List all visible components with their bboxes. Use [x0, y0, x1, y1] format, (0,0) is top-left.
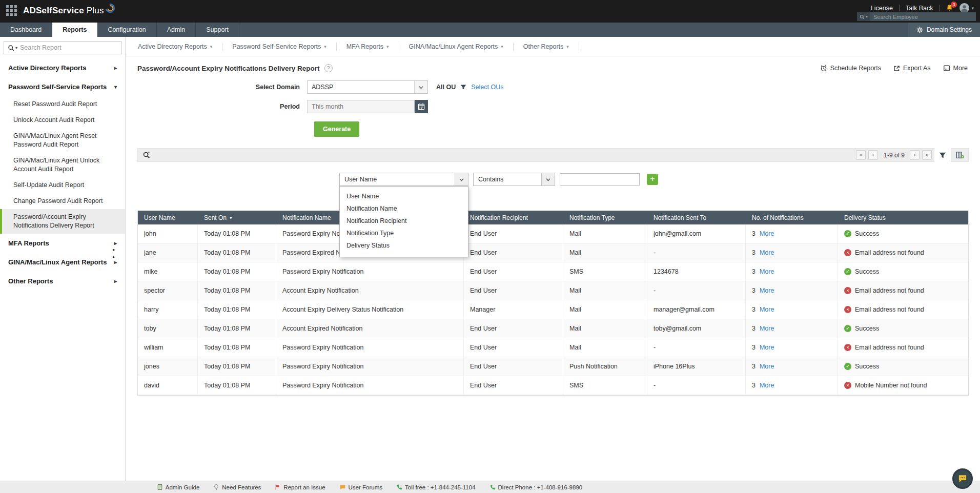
- more-link[interactable]: More: [760, 249, 774, 256]
- support-chat-button[interactable]: [952, 468, 973, 489]
- pagination-next-button[interactable]: ›: [910, 150, 920, 160]
- cell-notification-recipient: End User: [464, 243, 563, 262]
- status-label: Success: [855, 230, 879, 237]
- tab-dashboard[interactable]: Dashboard: [0, 23, 52, 37]
- report-search-input[interactable]: [20, 44, 117, 51]
- calendar-icon[interactable]: [415, 100, 428, 113]
- cell-sent-on: Today 01:08 PM: [198, 357, 276, 376]
- sidebar-item-gina-mac-linux-agent-unlock-account-audit-report[interactable]: GINA/Mac/Linux Agent Unlock Account Audi…: [0, 153, 125, 177]
- tab-configuration[interactable]: Configuration: [97, 23, 156, 37]
- domain-select[interactable]: ADSSP: [307, 80, 428, 94]
- success-icon: ✓: [844, 230, 851, 237]
- column-header-sent-on[interactable]: Sent On▾: [198, 214, 276, 221]
- period-field[interactable]: This month: [307, 100, 415, 113]
- generate-button[interactable]: Generate: [314, 121, 359, 137]
- menu-active-directory-reports[interactable]: Active Directory Reports▾: [128, 43, 222, 51]
- table-row: williamToday 01:08 PMPassword Expiry Not…: [138, 338, 968, 357]
- footer-label: Report an Issue: [283, 484, 325, 490]
- schedule-reports-button[interactable]: Schedule Reports: [820, 65, 881, 72]
- more-link[interactable]: More: [760, 268, 774, 275]
- dropdown-option-notification-type[interactable]: Notification Type: [340, 227, 468, 239]
- more-link[interactable]: More: [760, 230, 774, 237]
- ou-filter-icon[interactable]: [460, 84, 466, 90]
- cell-notification-recipient: End User: [464, 224, 563, 243]
- sort-desc-icon[interactable]: ▾: [230, 215, 232, 220]
- cell-user-name: harry: [138, 300, 198, 319]
- more-link[interactable]: More: [760, 325, 774, 332]
- chevron-down-icon[interactable]: [414, 81, 427, 93]
- menu-password-self-service-reports[interactable]: Password Self-Service Reports▾: [222, 43, 337, 51]
- menu-label: Active Directory Reports: [138, 43, 207, 50]
- sidebar-section-active-directory-reports[interactable]: Active Directory Reports▸: [0, 58, 125, 77]
- sidebar-section-mfa-reports[interactable]: MFA Reports▸: [0, 234, 125, 253]
- app-grid-icon[interactable]: [6, 5, 17, 16]
- sidebar-item-unlock-account-audit-report[interactable]: Unlock Account Audit Report: [0, 112, 125, 128]
- footer-report-an-issue[interactable]: Report an Issue: [275, 484, 325, 490]
- column-chooser-button[interactable]: [951, 148, 968, 162]
- filter-field-select[interactable]: User Name: [339, 173, 468, 186]
- add-filter-button[interactable]: +: [647, 174, 658, 185]
- more-button[interactable]: More: [943, 65, 968, 72]
- status-label: Success: [855, 363, 879, 370]
- report-search[interactable]: ▾: [4, 41, 121, 54]
- sidebar-section-label: Password Self-Service Reports: [8, 83, 107, 91]
- chevron-down-icon[interactable]: [455, 173, 468, 186]
- license-link[interactable]: License: [871, 5, 893, 12]
- sidebar-item-reset-password-audit-report[interactable]: Reset Password Audit Report: [0, 96, 125, 112]
- sidebar-item-password-account-expiry-notifications-delivery-report[interactable]: Password/Account Expiry Notifications De…: [0, 209, 125, 234]
- pagination-first-button[interactable]: «: [856, 150, 866, 160]
- sidebar-item-self-update-audit-report[interactable]: Self-Update Audit Report: [0, 177, 125, 193]
- tab-reports[interactable]: Reports: [52, 23, 97, 37]
- table-search-icon[interactable]: [142, 151, 150, 159]
- column-header-user-name[interactable]: User Name: [138, 214, 198, 221]
- more-link[interactable]: More: [760, 306, 774, 313]
- cell-notification-recipient: End User: [464, 338, 563, 357]
- column-header-no-of-notifications[interactable]: No. of Notifications: [746, 214, 838, 221]
- grid-toolbar: « ‹ 1-9 of 9 › »: [137, 148, 969, 162]
- notification-bell-icon[interactable]: 1: [946, 4, 953, 12]
- sidebar-section-label: Other Reports: [8, 277, 53, 285]
- dropdown-option-notification-name[interactable]: Notification Name: [340, 202, 468, 215]
- user-menu[interactable]: ▾: [959, 3, 974, 13]
- sidebar-item-change-password-audit-report[interactable]: Change Password Audit Report: [0, 193, 125, 209]
- pagination-last-button[interactable]: »: [922, 150, 932, 160]
- filter-toggle-button[interactable]: [934, 148, 951, 162]
- footer-admin-guide[interactable]: Admin Guide: [157, 484, 199, 490]
- dropdown-option-delivery-status[interactable]: Delivery Status: [340, 239, 468, 252]
- sidebar-section-other-reports[interactable]: Other Reports▸: [0, 272, 125, 291]
- more-link[interactable]: More: [760, 287, 774, 294]
- menu-other-reports[interactable]: Other Reports▾: [514, 43, 579, 51]
- select-ous-link[interactable]: Select OUs: [471, 84, 503, 91]
- employee-search-input[interactable]: [870, 14, 976, 20]
- column-header-notification-sent-to[interactable]: Notification Sent To: [647, 214, 746, 221]
- pagination-prev-button[interactable]: ‹: [868, 150, 878, 160]
- footer-user-forums[interactable]: User Forums: [339, 484, 382, 490]
- sidebar-item-gina-mac-linux-agent-reset-password-audit-report[interactable]: GINA/Mac/Linux Agent Reset Password Audi…: [0, 128, 125, 153]
- column-header-notification-type[interactable]: Notification Type: [563, 214, 647, 221]
- export-as-button[interactable]: Export As: [893, 65, 931, 72]
- column-header-notification-recipient[interactable]: Notification Recipient: [464, 214, 563, 221]
- status-label: Email address not found: [855, 306, 924, 313]
- employee-search[interactable]: ▾: [857, 12, 976, 21]
- sidebar-section-gina-mac-linux-agent-reports[interactable]: GINA/Mac/Linux Agent Reports▸: [0, 253, 125, 272]
- chevron-down-icon[interactable]: [541, 173, 555, 186]
- footer-need-features[interactable]: Need Features: [213, 484, 261, 490]
- column-header-delivery-status[interactable]: Delivery Status: [838, 214, 969, 221]
- domain-settings-button[interactable]: Domain Settings: [908, 23, 980, 37]
- more-link[interactable]: More: [760, 382, 774, 389]
- logo-light: Plus: [87, 6, 104, 16]
- sidebar-section-password-self-service-reports[interactable]: Password Self-Service Reports▾: [0, 77, 125, 96]
- talk-back-link[interactable]: Talk Back: [906, 5, 933, 12]
- more-link[interactable]: More: [760, 363, 774, 370]
- dropdown-option-user-name[interactable]: User Name: [340, 190, 468, 202]
- tab-admin[interactable]: Admin: [157, 23, 196, 37]
- more-link[interactable]: More: [760, 344, 774, 351]
- filter-operator-select[interactable]: Contains: [473, 173, 555, 186]
- menu-mfa-reports[interactable]: MFA Reports▾: [337, 43, 399, 51]
- sidebar-collapse-handle[interactable]: ▸▸: [113, 246, 115, 260]
- menu-gina-mac-linux-agent-reports[interactable]: GINA/Mac/Linux Agent Reports▾: [399, 43, 514, 51]
- help-icon[interactable]: ?: [324, 64, 333, 72]
- dropdown-option-notification-recipient[interactable]: Notification Recipient: [340, 215, 468, 227]
- tab-support[interactable]: Support: [196, 23, 239, 37]
- filter-value-input[interactable]: [560, 173, 640, 186]
